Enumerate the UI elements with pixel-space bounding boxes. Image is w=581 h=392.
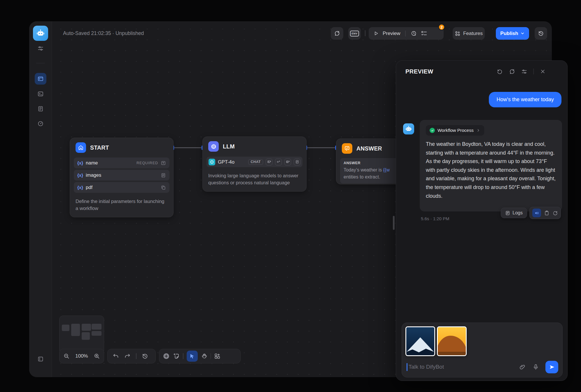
pointer-mode-button[interactable] xyxy=(187,351,198,362)
answer-template-text-2: entities to extract. xyxy=(344,174,380,179)
restart-conversation-icon[interactable] xyxy=(497,69,503,75)
group-divider xyxy=(405,31,406,36)
bot-message-row: Workflow Process The weather in Boydton,… xyxy=(403,120,562,221)
collapse-panel-icon xyxy=(37,356,44,362)
toolbar-divider xyxy=(211,353,211,359)
required-tag: REQUIRED xyxy=(136,161,158,165)
variable-token: {x} xyxy=(77,185,83,190)
sidebar-item-monitoring[interactable] xyxy=(35,118,46,130)
answer-template-variable: {{w xyxy=(383,167,390,172)
field-name: name xyxy=(86,160,98,166)
edge-llm-answer xyxy=(307,147,335,148)
topbar-divider xyxy=(365,30,365,36)
logs-icon xyxy=(505,211,510,216)
close-icon[interactable] xyxy=(540,69,546,74)
annotation-button[interactable] xyxy=(331,27,343,40)
organize-blocks-button[interactable] xyxy=(214,353,220,359)
document-capability-icon xyxy=(294,159,300,165)
env-icon: ENV xyxy=(350,31,359,36)
publish-button[interactable]: Publish xyxy=(496,27,529,40)
header-divider xyxy=(533,69,534,74)
add-note-button[interactable] xyxy=(173,353,180,359)
text-input-icon xyxy=(161,160,166,166)
conversation-settings-icon[interactable] xyxy=(521,69,527,75)
sidebar-divider xyxy=(36,63,45,63)
chat-edit-icon xyxy=(334,30,340,36)
run-history-icon[interactable] xyxy=(411,30,417,37)
redo-button[interactable] xyxy=(124,353,131,359)
node-description: Define the initial parameters for launch… xyxy=(74,198,169,212)
robot-icon xyxy=(405,125,412,132)
zoom-out-button[interactable] xyxy=(63,353,70,359)
features-button[interactable]: Features xyxy=(453,27,485,40)
sidebar-item-api[interactable] xyxy=(35,88,46,100)
answer-bubble-icon xyxy=(342,143,352,154)
toolbar-divider xyxy=(183,353,183,359)
attachment-sunset-mountain-photo[interactable] xyxy=(437,326,467,356)
gauge-icon xyxy=(37,120,44,127)
model-name: GPT-4o xyxy=(218,159,235,165)
preview-button[interactable]: Preview xyxy=(383,31,400,36)
model-selector[interactable]: GPT-4o CHAT xyxy=(206,157,302,167)
undo-button[interactable] xyxy=(113,353,119,359)
app-window-icon xyxy=(37,76,44,82)
zoom-controls: 100% xyxy=(59,349,104,363)
edge-start-llm xyxy=(174,147,202,148)
checklist-icon[interactable] xyxy=(421,30,427,37)
attachment-night-mountain-photo[interactable] xyxy=(405,326,435,356)
microphone-icon[interactable] xyxy=(533,364,539,370)
copy-icon[interactable] xyxy=(544,210,550,216)
node-start[interactable]: START {x} name REQUIRED {x} images {x} xyxy=(70,138,174,217)
sidebar-item-orchestrate[interactable] xyxy=(35,73,46,85)
features-icon xyxy=(455,31,461,36)
field-name: pdf xyxy=(86,185,92,190)
field-name: images xyxy=(86,172,101,178)
node-description: Invoking large language models to answer… xyxy=(206,172,302,187)
minimap[interactable] xyxy=(59,316,104,354)
chat-input[interactable] xyxy=(407,364,512,370)
regenerate-icon[interactable] xyxy=(552,210,558,216)
autosave-status: Auto-Saved 21:02:35 · Unpublished xyxy=(63,30,144,36)
env-variables-button[interactable]: ENV xyxy=(348,27,361,40)
variable-token: {x} xyxy=(77,160,83,165)
node-title: LLM xyxy=(223,143,235,150)
model-mode-badge: CHAT xyxy=(248,159,263,165)
panel-resize-handle[interactable] xyxy=(393,216,395,230)
attach-file-icon[interactable] xyxy=(519,364,526,370)
vision-capability-icon xyxy=(266,159,272,165)
change-history-button[interactable] xyxy=(142,353,148,359)
speaker-icon[interactable] xyxy=(532,209,541,217)
canvas-tools xyxy=(159,349,241,363)
send-button[interactable] xyxy=(545,361,558,373)
logs-button[interactable]: Logs xyxy=(501,208,527,218)
sidebar-item-logs[interactable] xyxy=(35,103,46,115)
collapse-sidebar-button[interactable] xyxy=(35,353,46,365)
hand-mode-button[interactable] xyxy=(201,353,207,359)
sliders-icon xyxy=(37,45,44,52)
app-logo[interactable] xyxy=(33,26,48,41)
history-icon xyxy=(538,30,544,36)
answer-template-text: Today’s weather is xyxy=(344,167,383,172)
start-field-images[interactable]: {x} images xyxy=(74,170,169,181)
add-node-button[interactable] xyxy=(162,352,170,360)
preview-title: PREVIEW xyxy=(405,68,433,75)
preview-header: PREVIEW xyxy=(396,61,567,82)
node-title: ANSWER xyxy=(356,145,382,152)
files-icon xyxy=(161,185,166,190)
start-field-pdf[interactable]: {x} pdf xyxy=(74,182,169,193)
chat-edit-icon[interactable] xyxy=(509,69,515,75)
chevron-right-icon xyxy=(476,128,480,132)
chevron-down-icon xyxy=(520,31,525,36)
success-check-icon xyxy=(430,128,435,133)
sidebar-item-settings[interactable] xyxy=(35,43,46,54)
bot-message-text: The weather in Boydton, VA today is clea… xyxy=(426,140,557,200)
node-llm[interactable]: LLM GPT-4o CHAT Invoking large language … xyxy=(202,136,307,192)
start-field-name[interactable]: {x} name REQUIRED xyxy=(74,158,169,168)
zoom-in-button[interactable] xyxy=(94,353,100,359)
workflow-process-toggle[interactable]: Workflow Process xyxy=(426,125,484,136)
openai-icon xyxy=(209,159,215,165)
version-history-button[interactable] xyxy=(535,27,547,40)
zoom-level[interactable]: 100% xyxy=(75,353,88,359)
preview-panel: PREVIEW How's the weather today Workflow… xyxy=(396,60,568,381)
toolbar-divider xyxy=(136,353,136,359)
